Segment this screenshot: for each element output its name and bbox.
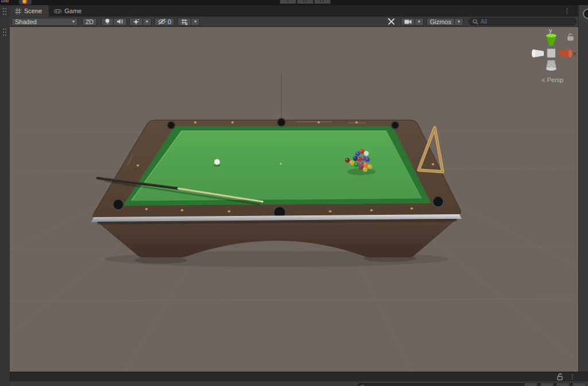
- grid-axis-icon: [181, 18, 188, 25]
- gizmo-center-cube[interactable]: [547, 49, 555, 57]
- left-dock-strip: [0, 5, 10, 386]
- pane-handle-icon[interactable]: [3, 8, 6, 17]
- cue-ball-highlight: [215, 160, 217, 162]
- ball-highlight: [369, 165, 370, 166]
- collab-icon[interactable]: [19, 0, 32, 5]
- pool-ball[interactable]: [359, 162, 363, 167]
- scene-audio-button[interactable]: [114, 18, 127, 26]
- table-felt: [131, 131, 421, 200]
- ball-highlight: [365, 152, 366, 153]
- scene-visibility-button[interactable]: 0: [154, 18, 175, 26]
- pane-menu-kebab-icon[interactable]: ⋮: [564, 8, 570, 14]
- unlock-icon[interactable]: [557, 373, 563, 380]
- toolbar-leftover-text: bar: [1, 0, 9, 3]
- chevron-down-icon: ▾: [418, 20, 420, 24]
- main-toolbar-fragment: bar: [0, 0, 588, 5]
- pool-ball[interactable]: [350, 160, 354, 165]
- scene-bottom-bar: ⋮: [10, 372, 588, 382]
- scene-effects-button[interactable]: [129, 18, 143, 26]
- ball-highlight: [351, 161, 352, 162]
- tools-cross-icon: [388, 18, 395, 25]
- persp-toggle[interactable]: <Persp: [541, 76, 563, 83]
- axis-neg-y-cone[interactable]: [546, 60, 556, 71]
- speaker-icon: [117, 18, 123, 25]
- ball-highlight: [357, 152, 358, 153]
- clipped-button[interactable]: [572, 383, 586, 386]
- search-icon: [473, 19, 478, 25]
- ball-highlight: [346, 159, 347, 160]
- component-tools-button[interactable]: [384, 18, 399, 26]
- chevron-down-icon: ▾: [72, 20, 75, 24]
- ball-highlight: [361, 150, 362, 151]
- chevron-down-icon: ▾: [458, 20, 460, 24]
- axis-x-label: x: [573, 50, 577, 57]
- chevron-down-icon: ▾: [194, 20, 196, 24]
- hidden-count: 0: [168, 18, 171, 25]
- ball-highlight: [358, 157, 359, 159]
- pool-ball[interactable]: [363, 167, 368, 172]
- pool-ball[interactable]: [354, 163, 359, 167]
- pool-ball[interactable]: [345, 158, 350, 163]
- pool-ball[interactable]: [368, 164, 372, 169]
- scene-viewport[interactable]: y x <Persp: [10, 27, 578, 372]
- tab-game[interactable]: Game: [49, 5, 88, 17]
- gizmos-label: Gizmos: [430, 18, 451, 25]
- pool-ball[interactable]: [364, 151, 369, 156]
- step-button[interactable]: [314, 0, 331, 4]
- cloud-swirl-icon: [22, 0, 28, 4]
- scene-search-input[interactable]: All: [469, 18, 577, 25]
- lightbulb-icon: [105, 18, 110, 25]
- cue-tip: [262, 201, 264, 203]
- grid-dropdown[interactable]: ▾: [191, 18, 200, 26]
- toggle-2d-button[interactable]: 2D: [82, 18, 97, 26]
- ball-highlight: [364, 168, 365, 169]
- grid-visual-button[interactable]: [177, 18, 191, 26]
- gizmos-button[interactable]: Gizmos: [427, 18, 455, 26]
- tab-scene-label: Scene: [24, 7, 42, 14]
- axis-y-label: y: [549, 27, 552, 34]
- camera-icon: [404, 19, 412, 25]
- pane-handle-icon[interactable]: [3, 29, 6, 38]
- clipped-button[interactable]: [524, 383, 537, 386]
- tab-scene[interactable]: Scene: [10, 5, 49, 17]
- tab-game-label: Game: [64, 7, 82, 14]
- ball-highlight: [366, 158, 368, 159]
- ball-highlight: [362, 157, 363, 158]
- effects-dropdown[interactable]: ▾: [143, 18, 152, 26]
- lower-panel-fragment: [10, 381, 588, 386]
- ball-highlight: [354, 157, 355, 158]
- scene-grid-icon: [15, 8, 21, 14]
- scene-camera-button[interactable]: [401, 18, 415, 26]
- clipped-button[interactable]: [540, 383, 554, 386]
- clipped-button[interactable]: [556, 383, 570, 386]
- ball-highlight: [355, 163, 357, 164]
- ball-highlight: [365, 163, 366, 164]
- search-placeholder: All: [481, 18, 487, 25]
- cue-ball[interactable]: [214, 159, 220, 165]
- pool-ball[interactable]: [365, 157, 370, 162]
- unity-editor-window: bar Scene Game ⋮: [0, 0, 588, 386]
- view-tab-bar: Scene Game ⋮: [10, 5, 578, 17]
- draw-mode-dropdown[interactable]: Shaded ▾: [11, 18, 78, 26]
- ball-highlight: [360, 163, 361, 164]
- 2d-label: 2D: [86, 18, 94, 25]
- play-controls-fragment: [280, 0, 331, 3]
- foot-spot: [280, 163, 281, 164]
- draw-mode-label: Shaded: [15, 18, 37, 25]
- gizmos-dropdown[interactable]: ▾: [455, 18, 463, 26]
- pool-ball[interactable]: [359, 149, 364, 154]
- chevron-down-icon: ▾: [146, 20, 148, 24]
- play-button[interactable]: [280, 0, 296, 4]
- camera-dropdown[interactable]: ▾: [415, 18, 424, 26]
- clipped-panel-icon: [583, 9, 588, 19]
- lower-toolbar-buttons-fragment: [524, 383, 586, 386]
- pane-menu-kebab-icon[interactable]: ⋮: [569, 374, 575, 380]
- scene-view-toolbar: Shaded ▾ 2D ▾ 0: [10, 17, 578, 27]
- right-dock-strip: [578, 5, 588, 380]
- pause-button[interactable]: [297, 0, 314, 4]
- effects-sparkle-icon: [133, 18, 140, 25]
- eye-slash-icon: [158, 18, 166, 25]
- scene-lighting-button[interactable]: [101, 18, 114, 26]
- game-gamepad-icon: [54, 9, 61, 14]
